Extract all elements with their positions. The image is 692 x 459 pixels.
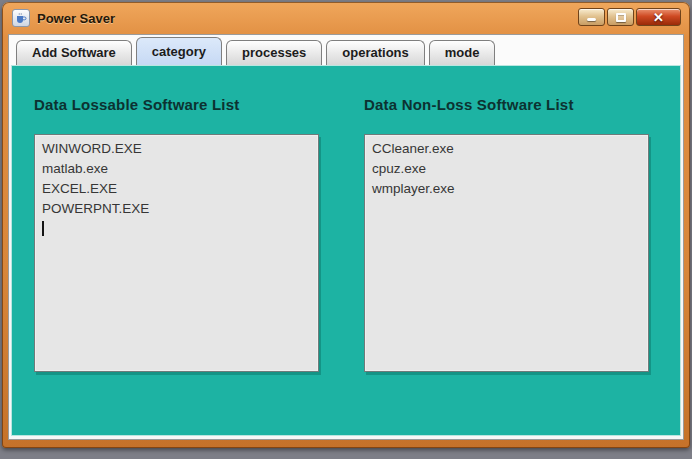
tab-category[interactable]: category: [136, 37, 222, 65]
nonloss-list-title: Data Non-Loss Software List: [364, 96, 574, 113]
maximize-icon: [616, 13, 626, 22]
nonloss-software-list[interactable]: CCleaner.execpuz.exewmplayer.exe: [364, 134, 649, 372]
minimize-icon: [587, 18, 596, 21]
lossable-software-list[interactable]: WINWORD.EXEmatlab.exeEXCEL.EXEPOWERPNT.E…: [34, 134, 319, 372]
list-item[interactable]: cpuz.exe: [372, 159, 641, 179]
tab-add-software[interactable]: Add Software: [16, 40, 132, 65]
window-controls: ✕: [578, 8, 681, 26]
category-tab-pane: Data Lossable Software List WINWORD.EXEm…: [11, 65, 681, 436]
list-item[interactable]: CCleaner.exe: [372, 139, 641, 159]
lossable-items: WINWORD.EXEmatlab.exeEXCEL.EXEPOWERPNT.E…: [42, 139, 311, 219]
window-content-panel: Add Software category processes operatio…: [8, 34, 684, 440]
tab-mode[interactable]: mode: [429, 40, 496, 65]
list-item[interactable]: wmplayer.exe: [372, 179, 641, 199]
app-window: Power Saver ✕ Add Software category proc…: [2, 2, 690, 448]
list-item[interactable]: matlab.exe: [42, 159, 311, 179]
coffee-cup-icon: [15, 12, 27, 24]
close-button[interactable]: ✕: [636, 8, 681, 26]
titlebar[interactable]: Power Saver ✕: [2, 2, 690, 34]
maximize-button[interactable]: [607, 8, 634, 26]
tab-strip: Add Software category processes operatio…: [9, 35, 683, 65]
nonloss-items: CCleaner.execpuz.exewmplayer.exe: [372, 139, 641, 199]
text-caret: [42, 221, 44, 236]
tab-operations[interactable]: operations: [326, 40, 424, 65]
list-item[interactable]: WINWORD.EXE: [42, 139, 311, 159]
close-icon: ✕: [653, 11, 664, 24]
lossable-list-title: Data Lossable Software List: [34, 96, 239, 113]
list-item[interactable]: EXCEL.EXE: [42, 179, 311, 199]
window-title: Power Saver: [37, 11, 115, 26]
list-item[interactable]: POWERPNT.EXE: [42, 199, 311, 219]
tab-processes[interactable]: processes: [226, 40, 322, 65]
minimize-button[interactable]: [578, 8, 605, 26]
java-app-icon: [12, 9, 30, 27]
